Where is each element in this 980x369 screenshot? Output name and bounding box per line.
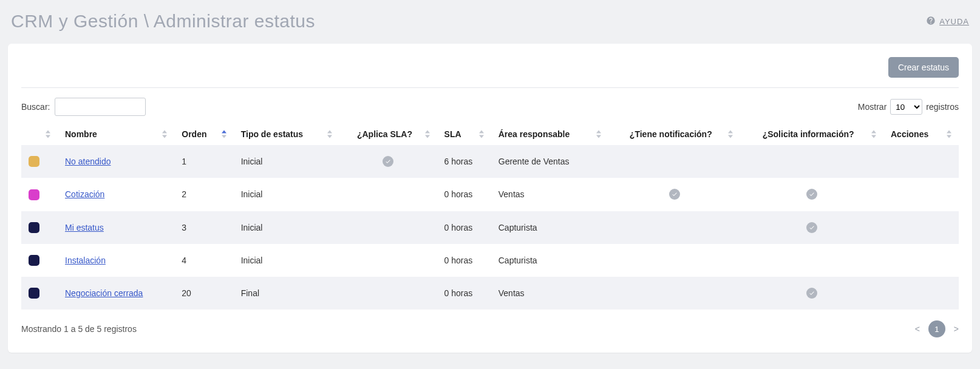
col-orden[interactable]: Orden: [174, 123, 233, 145]
search-label: Buscar:: [21, 102, 50, 112]
search-input[interactable]: [55, 98, 146, 116]
table-row: Negociación cerrada20Final0 horasVentas: [21, 277, 959, 310]
notif-cell: [608, 211, 740, 244]
col-color[interactable]: [21, 123, 58, 145]
color-swatch: [29, 222, 39, 233]
col-sla[interactable]: SLA: [437, 123, 491, 145]
solicita-cell: [740, 244, 883, 277]
sla-cell: 0 horas: [437, 211, 491, 244]
solicita-cell: [740, 178, 883, 211]
sort-icon: [728, 129, 733, 139]
sla-cell: 6 horas: [437, 145, 491, 178]
length-prefix: Mostrar: [858, 102, 886, 112]
order-cell: 20: [174, 277, 233, 310]
order-cell: 3: [174, 211, 233, 244]
actions-cell: [883, 145, 959, 178]
col-aplica-sla-label: ¿Aplica SLA?: [357, 129, 412, 139]
check-icon: [806, 222, 817, 233]
sla-cell: 0 horas: [437, 277, 491, 310]
status-table: Nombre Orden Tipo de estatus: [21, 123, 959, 310]
notif-cell: [608, 145, 740, 178]
sla-cell: 0 horas: [437, 244, 491, 277]
col-nombre-label: Nombre: [65, 129, 97, 139]
col-acciones-label: Acciones: [891, 129, 928, 139]
col-area[interactable]: Área responsable: [491, 123, 609, 145]
status-name-link[interactable]: Negociación cerrada: [65, 288, 143, 298]
col-sla-label: SLA: [444, 129, 461, 139]
notif-cell: [608, 244, 740, 277]
help-label: AYUDA: [939, 17, 969, 26]
table-row: Cotización2Inicial0 horasVentas: [21, 178, 959, 211]
area-cell: Gerente de Ventas: [491, 145, 609, 178]
actions-cell: [883, 178, 959, 211]
sort-icon: [479, 129, 484, 139]
aplica-sla-cell: [339, 145, 437, 178]
status-name-link[interactable]: No atendido: [65, 157, 111, 166]
table-info: Mostrando 1 a 5 de 5 registros: [21, 324, 137, 334]
status-name-link[interactable]: Cotización: [65, 189, 104, 199]
area-cell: Capturista: [491, 211, 609, 244]
length-select[interactable]: 102550100: [890, 99, 922, 115]
main-panel: Crear estatus Buscar: Mostrar 102550100 …: [8, 44, 972, 353]
col-notif[interactable]: ¿Tiene notificación?: [608, 123, 740, 145]
sort-icon: [46, 129, 50, 139]
notif-cell: [608, 277, 740, 310]
sla-cell: 0 horas: [437, 178, 491, 211]
sort-icon: [871, 129, 876, 139]
area-cell: Ventas: [491, 277, 609, 310]
type-cell: Inicial: [234, 244, 340, 277]
solicita-cell: [740, 277, 883, 310]
order-cell: 4: [174, 244, 233, 277]
col-aplica-sla[interactable]: ¿Aplica SLA?: [339, 123, 437, 145]
length-suffix: registros: [926, 102, 959, 112]
breadcrumb: CRM y Gestión \ Administrar estatus: [11, 11, 315, 32]
col-tipo[interactable]: Tipo de estatus: [234, 123, 340, 145]
pager-prev[interactable]: <: [915, 324, 920, 334]
help-link[interactable]: AYUDA: [926, 16, 969, 27]
status-name-link[interactable]: Instalación: [65, 256, 106, 265]
pager-current[interactable]: 1: [928, 320, 945, 337]
solicita-cell: [740, 145, 883, 178]
color-swatch: [29, 156, 39, 167]
sort-icon: [222, 129, 226, 139]
order-cell: 1: [174, 145, 233, 178]
check-icon: [806, 189, 817, 200]
sort-icon: [425, 129, 430, 139]
table-row: No atendido1Inicial6 horasGerente de Ven…: [21, 145, 959, 178]
check-icon: [669, 189, 680, 200]
col-orden-label: Orden: [182, 129, 206, 139]
aplica-sla-cell: [339, 277, 437, 310]
create-status-button[interactable]: Crear estatus: [888, 57, 959, 78]
aplica-sla-cell: [339, 244, 437, 277]
sort-icon: [596, 129, 601, 139]
check-icon: [806, 288, 817, 299]
actions-cell: [883, 277, 959, 310]
col-solicita-label: ¿Solicita información?: [763, 129, 854, 139]
type-cell: Inicial: [234, 145, 340, 178]
status-name-link[interactable]: Mi estatus: [65, 223, 104, 232]
notif-cell: [608, 178, 740, 211]
area-cell: Ventas: [491, 178, 609, 211]
type-cell: Final: [234, 277, 340, 310]
col-area-label: Área responsable: [499, 129, 570, 139]
col-tipo-label: Tipo de estatus: [241, 129, 303, 139]
pager-next[interactable]: >: [954, 324, 959, 334]
color-swatch: [29, 255, 39, 266]
actions-cell: [883, 211, 959, 244]
sort-icon: [947, 129, 951, 139]
help-icon: [926, 16, 936, 27]
table-row: Instalación4Inicial0 horasCapturista: [21, 244, 959, 277]
col-notif-label: ¿Tiene notificación?: [630, 129, 712, 139]
col-solicita[interactable]: ¿Solicita información?: [740, 123, 883, 145]
col-nombre[interactable]: Nombre: [58, 123, 174, 145]
aplica-sla-cell: [339, 211, 437, 244]
solicita-cell: [740, 211, 883, 244]
color-swatch: [29, 288, 39, 299]
type-cell: Inicial: [234, 211, 340, 244]
col-acciones[interactable]: Acciones: [883, 123, 959, 145]
color-swatch: [29, 189, 39, 200]
order-cell: 2: [174, 178, 233, 211]
type-cell: Inicial: [234, 178, 340, 211]
check-icon: [383, 156, 393, 167]
aplica-sla-cell: [339, 178, 437, 211]
